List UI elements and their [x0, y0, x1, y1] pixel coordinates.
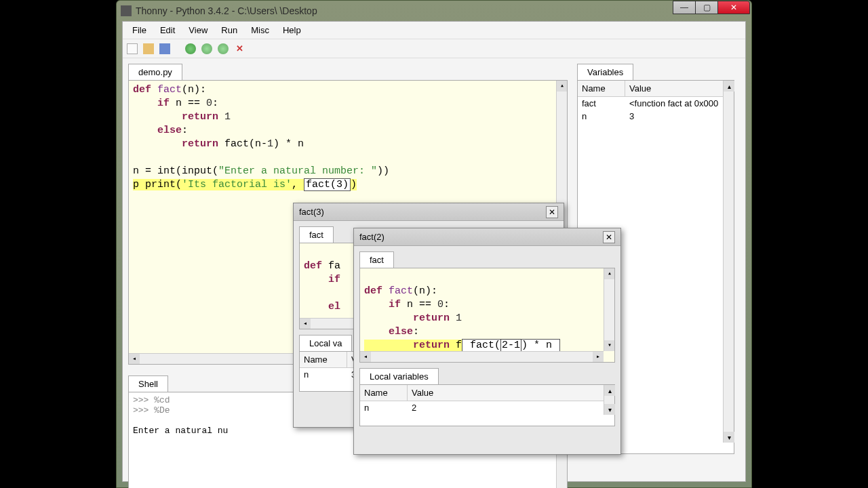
new-file-icon[interactable]	[127, 43, 138, 54]
maximize-button[interactable]: ▢	[695, 1, 718, 14]
variables-header-value[interactable]: Value	[625, 81, 734, 96]
local-var-row[interactable]: n2	[360, 401, 614, 414]
debug-vscrollbar[interactable]: ▴▾	[604, 268, 614, 351]
app-window: Thonny - Python 3.4.2 - C:\Users\ \Deskt…	[116, 0, 752, 488]
debug-frame-fact2[interactable]: fact(2) ✕ fact def fact(n): if n == 0: r…	[353, 228, 621, 455]
variables-tab[interactable]: Variables	[577, 64, 633, 80]
localvars-vscrollbar[interactable]: ▴▾	[604, 385, 614, 415]
debug-code-tab[interactable]: fact	[299, 226, 334, 243]
debug-frame-title[interactable]: fact(2) ✕	[354, 228, 620, 246]
expr-highlight: 2-1	[500, 339, 521, 352]
toolbar: ✕	[123, 39, 745, 58]
variables-row[interactable]: n 3	[578, 110, 734, 123]
local-vars-tab[interactable]: Local variables	[359, 368, 439, 384]
menu-help[interactable]: Help	[276, 22, 308, 38]
titlebar[interactable]: Thonny - Python 3.4.2 - C:\Users\ \Deskt…	[117, 1, 751, 21]
debug-frame-title[interactable]: fact(3) ✕	[294, 203, 564, 221]
local-vars-tab[interactable]: Local va	[299, 335, 352, 351]
debug-code-tab[interactable]: fact	[359, 251, 394, 268]
minimize-button[interactable]: —	[673, 1, 696, 14]
variables-row[interactable]: fact <function fact at 0x000	[578, 97, 734, 110]
shell-tab[interactable]: Shell	[128, 375, 168, 392]
window-title: Thonny - Python 3.4.2 - C:\Users\ \Deskt…	[136, 5, 317, 16]
menu-run[interactable]: Run	[214, 22, 244, 38]
editor-tab[interactable]: demo.py	[128, 64, 182, 80]
string-literal: 'Its factorial is'	[182, 179, 292, 190]
run-icon[interactable]	[185, 43, 196, 54]
variables-vscrollbar[interactable]: ▴▾	[723, 81, 734, 443]
app-icon	[121, 5, 132, 16]
close-button[interactable]: ✕	[717, 1, 750, 14]
menu-misc[interactable]: Misc	[244, 22, 276, 38]
close-icon[interactable]: ✕	[546, 206, 558, 218]
debug-hscrollbar[interactable]: ◂▸	[360, 351, 604, 362]
call-frame-highlight: fact(3)	[304, 178, 351, 191]
save-icon[interactable]	[159, 43, 170, 54]
menu-view[interactable]: View	[182, 22, 214, 38]
stop-icon[interactable]: ✕	[234, 43, 245, 54]
menubar: File Edit View Run Misc Help	[123, 22, 745, 39]
shell-line: >>> %cd	[133, 395, 170, 405]
close-icon[interactable]: ✕	[603, 231, 615, 243]
open-file-icon[interactable]	[143, 43, 154, 54]
debug-icon[interactable]	[201, 43, 212, 54]
menu-file[interactable]: File	[125, 22, 153, 38]
shell-line: >>> %De	[133, 405, 170, 415]
variables-header-name[interactable]: Name	[578, 81, 625, 96]
debug-code[interactable]: def fact(n): if n == 0: return 1 else: r…	[359, 268, 615, 363]
menu-edit[interactable]: Edit	[153, 22, 182, 38]
step-icon[interactable]	[218, 43, 229, 54]
